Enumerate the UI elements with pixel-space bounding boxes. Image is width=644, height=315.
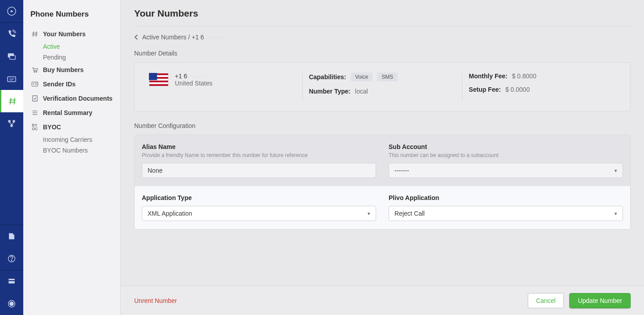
svg-point-27 [33, 83, 34, 85]
nav-rail: SIP [0, 0, 23, 315]
setup-fee-label: Setup Fee: [469, 86, 501, 93]
side-panel-title: Phone Numbers [23, 6, 120, 27]
alias-input[interactable] [142, 163, 376, 178]
plivoapp-select[interactable]: Reject Call ▾ [389, 206, 623, 221]
plivoapp-label: Plivo Application [389, 194, 623, 201]
tree-sub-active[interactable]: Active [28, 41, 116, 52]
svg-rect-17 [8, 280, 15, 281]
rail-account-icon[interactable] [0, 293, 23, 315]
rail-docs-icon[interactable] [0, 225, 23, 247]
rail-phone-numbers-icon[interactable] [0, 90, 23, 112]
flag-us-icon [149, 73, 169, 86]
number-details-card: +1 6·· ··· ···· United States Capabiliti… [134, 62, 631, 111]
main: Your Numbers Active Numbers / +1 6 ·· ··… [121, 0, 644, 315]
capability-voice: Voice [351, 72, 373, 81]
tree-your-numbers[interactable]: Your Numbers [28, 27, 116, 41]
svg-rect-10 [13, 120, 15, 123]
cancel-button[interactable]: Cancel [528, 293, 564, 308]
tree-rental-summary[interactable]: Rental Summary [28, 106, 116, 120]
rail-billing-icon[interactable] [0, 270, 23, 293]
rail-messaging-icon[interactable] [0, 45, 23, 68]
tree-item-label: Your Numbers [43, 30, 85, 38]
tree-item-label: Sender IDs [43, 81, 76, 88]
phone-number: +1 6·· ··· ···· [175, 72, 212, 80]
capabilities-label: Capabilities: [309, 73, 346, 81]
svg-rect-2 [10, 55, 16, 59]
rail-sip-icon[interactable]: SIP [0, 68, 23, 90]
svg-point-24 [34, 72, 35, 72]
alias-hint: Provide a friendly Name to remember this… [142, 152, 376, 158]
svg-point-19 [10, 302, 13, 306]
chevron-down-icon: ▾ [614, 211, 617, 217]
tree-sub-pending[interactable]: Pending [28, 52, 116, 63]
section-number-details: Number Details [134, 50, 631, 57]
unrent-number-link[interactable]: Unrent Number [134, 297, 177, 304]
tree-item-label: Verification Documents [43, 95, 113, 102]
setup-fee-value: $ 0.0000 [505, 86, 530, 93]
hash-icon [30, 30, 39, 38]
tree-buy-numbers[interactable]: Buy Numbers [28, 63, 116, 77]
tree-item-label: BYOC [43, 123, 61, 131]
svg-rect-30 [33, 96, 38, 101]
tree-sender-ids[interactable]: Sender IDs [28, 77, 116, 91]
tree-item-label: Rental Summary [43, 109, 92, 116]
tree-byoc[interactable]: BYOC BYOC [28, 120, 116, 134]
svg-line-21 [36, 31, 37, 37]
capability-sms: SMS [377, 72, 398, 81]
chevron-down-icon: ▾ [614, 168, 617, 174]
svg-rect-11 [11, 125, 13, 127]
subaccount-label: Sub Account [389, 143, 623, 150]
phone-country: United States [175, 80, 212, 87]
page-title: Your Numbers [134, 8, 631, 19]
byoc-icon: BYOC [30, 123, 39, 131]
monthly-fee-label: Monthly Fee: [469, 72, 507, 80]
number-type-value: local [355, 88, 368, 95]
breadcrumb[interactable]: Active Numbers / +1 6 ·· ··· ···· [134, 34, 631, 41]
svg-text:SIP: SIP [9, 78, 14, 81]
svg-line-6 [14, 98, 15, 105]
rail-voice-icon[interactable] [0, 23, 23, 45]
cart-icon [30, 66, 39, 73]
breadcrumb-masked: ·· ··· ···· [206, 34, 225, 41]
svg-line-5 [10, 98, 11, 105]
svg-line-12 [9, 123, 12, 125]
side-panel: Phone Numbers Your Numbers Active Pendin… [23, 0, 121, 315]
id-icon [30, 81, 39, 88]
svg-line-13 [12, 123, 14, 125]
update-number-button[interactable]: Update Number [569, 293, 631, 308]
chevron-down-icon: ▾ [368, 211, 370, 217]
breadcrumb-prefix: +1 6 [191, 34, 204, 41]
rail-help-icon[interactable] [0, 247, 23, 270]
apptype-label: Application Type [142, 194, 376, 201]
alias-label: Alias Name [142, 143, 376, 150]
chevron-left-icon [134, 34, 139, 40]
svg-point-25 [36, 72, 37, 72]
tree-sub-byoc-numbers[interactable]: BYOC Numbers [28, 145, 116, 156]
svg-rect-9 [8, 120, 11, 123]
section-number-config: Number Configuration [134, 122, 631, 129]
rail-home-icon[interactable] [0, 0, 23, 22]
apptype-select[interactable]: XML Application ▾ [142, 206, 376, 221]
number-config-card: Alias Name Provide a friendly Name to re… [134, 135, 631, 230]
tree-item-label: Buy Numbers [43, 66, 84, 73]
monthly-fee-value: $ 0.8000 [512, 72, 537, 80]
svg-line-20 [33, 31, 34, 37]
list-icon [30, 109, 39, 116]
svg-point-15 [11, 260, 12, 261]
doc-check-icon [30, 95, 39, 102]
subaccount-hint: This number can be assigned to a subacco… [389, 152, 623, 158]
footer: Unrent Number Cancel Update Number [121, 285, 644, 315]
tree-verification-docs[interactable]: Verification Documents [28, 91, 116, 106]
rail-network-icon[interactable] [0, 112, 23, 135]
subaccount-select[interactable]: ------- ▾ [389, 163, 623, 178]
tree-sub-incoming-carriers[interactable]: Incoming Carriers [28, 134, 116, 145]
breadcrumb-parent: Active Numbers [142, 34, 186, 41]
number-type-label: Number Type: [309, 88, 351, 95]
